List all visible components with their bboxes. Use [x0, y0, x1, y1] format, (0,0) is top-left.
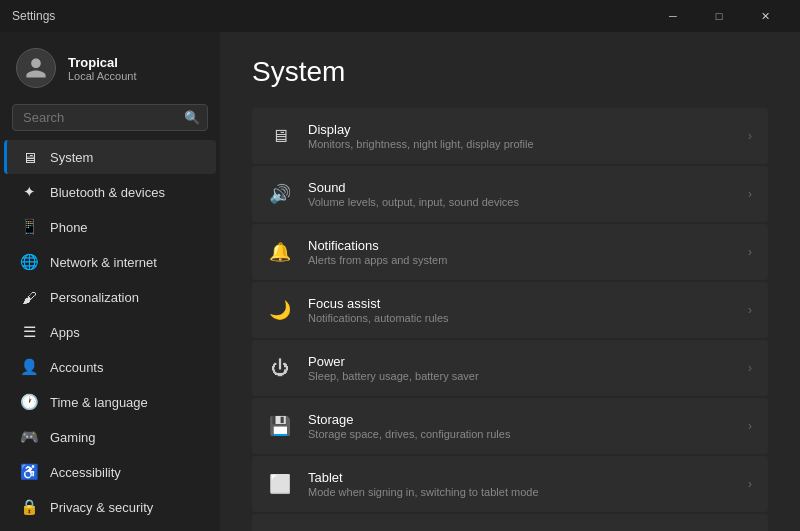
search-icon: 🔍	[184, 110, 200, 125]
settings-text-power: Power Sleep, battery usage, battery save…	[308, 354, 479, 382]
settings-text-display: Display Monitors, brightness, night ligh…	[308, 122, 534, 150]
settings-name-sound: Sound	[308, 180, 519, 195]
settings-item-focus-assist[interactable]: 🌙 Focus assist Notifications, automatic …	[252, 282, 768, 338]
titlebar-title: Settings	[12, 9, 55, 23]
app-body: Tropical Local Account 🔍 🖥 System ✦ Blue…	[0, 32, 800, 531]
settings-icon-storage: 💾	[268, 414, 292, 438]
settings-item-sound[interactable]: 🔊 Sound Volume levels, output, input, so…	[252, 166, 768, 222]
user-name: Tropical	[68, 55, 137, 70]
search-input[interactable]	[12, 104, 208, 131]
nav-icon-bluetooth: ✦	[20, 183, 38, 201]
chevron-right-icon-display: ›	[748, 129, 752, 143]
settings-text-notifications: Notifications Alerts from apps and syste…	[308, 238, 447, 266]
settings-desc-storage: Storage space, drives, configuration rul…	[308, 428, 510, 440]
settings-name-notifications: Notifications	[308, 238, 447, 253]
nav-label-bluetooth: Bluetooth & devices	[50, 185, 165, 200]
sidebar-item-gaming[interactable]: 🎮 Gaming	[4, 420, 216, 454]
page-title: System	[252, 56, 768, 88]
nav-icon-system: 🖥	[20, 148, 38, 166]
nav-icon-accounts: 👤	[20, 358, 38, 376]
settings-icon-power: ⏻	[268, 356, 292, 380]
nav-label-system: System	[50, 150, 93, 165]
sidebar-item-accounts[interactable]: 👤 Accounts	[4, 350, 216, 384]
nav-label-apps: Apps	[50, 325, 80, 340]
settings-icon-sound: 🔊	[268, 182, 292, 206]
user-type: Local Account	[68, 70, 137, 82]
nav-icon-accessibility: ♿	[20, 463, 38, 481]
settings-name-display: Display	[308, 122, 534, 137]
nav-icon-phone: 📱	[20, 218, 38, 236]
settings-icon-display: 🖥	[268, 124, 292, 148]
chevron-right-icon-sound: ›	[748, 187, 752, 201]
sidebar-item-network[interactable]: 🌐 Network & internet	[4, 245, 216, 279]
settings-text-sound: Sound Volume levels, output, input, soun…	[308, 180, 519, 208]
close-button[interactable]: ✕	[742, 0, 788, 32]
nav-label-phone: Phone	[50, 220, 88, 235]
nav-label-personalization: Personalization	[50, 290, 139, 305]
settings-name-power: Power	[308, 354, 479, 369]
sidebar-item-windows-update[interactable]: 🔄 Windows Update	[4, 525, 216, 531]
settings-name-storage: Storage	[308, 412, 510, 427]
search-box: 🔍	[12, 104, 208, 131]
sidebar-item-personalization[interactable]: 🖌 Personalization	[4, 280, 216, 314]
settings-list: 🖥 Display Monitors, brightness, night li…	[252, 108, 768, 531]
minimize-button[interactable]: ─	[650, 0, 696, 32]
settings-item-multitasking[interactable]: ⧉ Multitasking Snap windows, desktops, t…	[252, 514, 768, 531]
settings-item-power[interactable]: ⏻ Power Sleep, battery usage, battery sa…	[252, 340, 768, 396]
nav-label-accessibility: Accessibility	[50, 465, 121, 480]
chevron-right-icon-power: ›	[748, 361, 752, 375]
chevron-right-icon-tablet: ›	[748, 477, 752, 491]
user-info: Tropical Local Account	[68, 55, 137, 82]
settings-item-storage[interactable]: 💾 Storage Storage space, drives, configu…	[252, 398, 768, 454]
settings-text-tablet: Tablet Mode when signing in, switching t…	[308, 470, 539, 498]
settings-name-focus-assist: Focus assist	[308, 296, 449, 311]
titlebar-controls: ─ □ ✕	[650, 0, 788, 32]
sidebar-item-privacy[interactable]: 🔒 Privacy & security	[4, 490, 216, 524]
settings-name-tablet: Tablet	[308, 470, 539, 485]
nav-label-network: Network & internet	[50, 255, 157, 270]
settings-desc-display: Monitors, brightness, night light, displ…	[308, 138, 534, 150]
settings-item-notifications[interactable]: 🔔 Notifications Alerts from apps and sys…	[252, 224, 768, 280]
chevron-right-icon-focus-assist: ›	[748, 303, 752, 317]
settings-item-tablet[interactable]: ⬜ Tablet Mode when signing in, switching…	[252, 456, 768, 512]
nav-icon-gaming: 🎮	[20, 428, 38, 446]
settings-desc-focus-assist: Notifications, automatic rules	[308, 312, 449, 324]
nav-icon-apps: ☰	[20, 323, 38, 341]
settings-desc-tablet: Mode when signing in, switching to table…	[308, 486, 539, 498]
sidebar-item-phone[interactable]: 📱 Phone	[4, 210, 216, 244]
settings-desc-power: Sleep, battery usage, battery saver	[308, 370, 479, 382]
titlebar: Settings ─ □ ✕	[0, 0, 800, 32]
maximize-button[interactable]: □	[696, 0, 742, 32]
content-area: System 🖥 Display Monitors, brightness, n…	[220, 32, 800, 531]
sidebar-item-accessibility[interactable]: ♿ Accessibility	[4, 455, 216, 489]
sidebar-item-system[interactable]: 🖥 System	[4, 140, 216, 174]
avatar	[16, 48, 56, 88]
settings-text-focus-assist: Focus assist Notifications, automatic ru…	[308, 296, 449, 324]
sidebar-item-bluetooth[interactable]: ✦ Bluetooth & devices	[4, 175, 216, 209]
nav-label-gaming: Gaming	[50, 430, 96, 445]
nav-label-accounts: Accounts	[50, 360, 103, 375]
sidebar-item-apps[interactable]: ☰ Apps	[4, 315, 216, 349]
sidebar: Tropical Local Account 🔍 🖥 System ✦ Blue…	[0, 32, 220, 531]
nav-label-time: Time & language	[50, 395, 148, 410]
settings-icon-focus-assist: 🌙	[268, 298, 292, 322]
settings-text-storage: Storage Storage space, drives, configura…	[308, 412, 510, 440]
sidebar-item-time[interactable]: 🕐 Time & language	[4, 385, 216, 419]
settings-icon-notifications: 🔔	[268, 240, 292, 264]
nav-items-container: 🖥 System ✦ Bluetooth & devices 📱 Phone 🌐…	[0, 139, 220, 531]
settings-icon-tablet: ⬜	[268, 472, 292, 496]
nav-icon-personalization: 🖌	[20, 288, 38, 306]
settings-desc-sound: Volume levels, output, input, sound devi…	[308, 196, 519, 208]
chevron-right-icon-storage: ›	[748, 419, 752, 433]
nav-icon-privacy: 🔒	[20, 498, 38, 516]
nav-label-privacy: Privacy & security	[50, 500, 153, 515]
user-profile[interactable]: Tropical Local Account	[0, 32, 220, 100]
nav-icon-time: 🕐	[20, 393, 38, 411]
settings-item-display[interactable]: 🖥 Display Monitors, brightness, night li…	[252, 108, 768, 164]
chevron-right-icon-notifications: ›	[748, 245, 752, 259]
nav-icon-network: 🌐	[20, 253, 38, 271]
settings-desc-notifications: Alerts from apps and system	[308, 254, 447, 266]
